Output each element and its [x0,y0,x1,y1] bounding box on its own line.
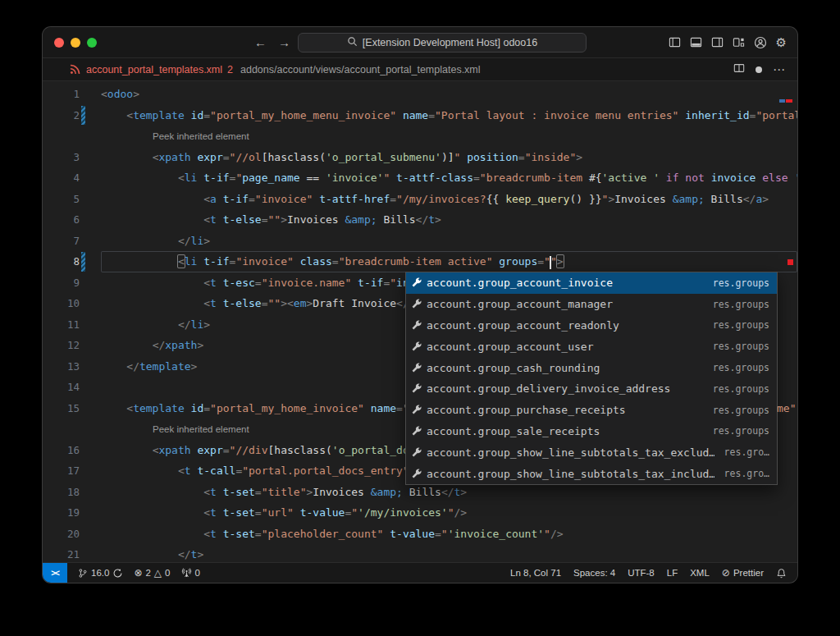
settings-gear-icon[interactable]: ⚙ [776,36,787,48]
toggle-panel-icon[interactable] [690,36,702,48]
cursor-position[interactable]: Ln 8, Col 71 [510,568,561,578]
ports-indicator[interactable]: 0 [181,568,200,579]
back-icon[interactable]: ← [254,35,267,49]
code-line: 21 </t> [43,544,797,564]
suggest-item-label: account.group_sale_receipts [427,425,703,437]
line-number: 14 [43,377,80,398]
code-line: 20 <t t-set="placeholder_count" t-value=… [43,524,797,545]
overview-ruler-error-mark-top [786,99,792,103]
clipped-text-fragment: me" [777,398,796,419]
suggest-item[interactable]: account.group_account_invoiceres.groups [406,272,777,294]
line-number: 1 [43,84,80,105]
problems-indicator[interactable]: ⊗ 2 △ 0 [134,568,170,578]
suggest-item[interactable]: account.group_delivery_invoice_addressre… [406,378,777,400]
forward-icon[interactable]: → [278,35,290,49]
line-number: 6 [43,209,80,231]
command-center-label: [Extension Development Host] odoo16 [363,37,537,48]
code-line: 7 </li> [43,231,797,252]
code-line: 3 <xpath expr="//ol[hasclass('o_portal_s… [43,147,797,168]
minimize-button[interactable] [71,38,80,48]
radio-tower-icon [181,568,192,579]
overview-ruler-modified-mark [779,99,785,103]
line-number: 8 [43,251,80,272]
remote-indicator[interactable]: >< [43,563,67,583]
close-button[interactable] [54,38,64,48]
status-bar: >< 16.0 ⊗ 2 △ 0 0 Ln 8, Col 71 Spaces: 4 [43,562,797,583]
code-line: 5 <a t-if="invoice" t-attf-href="/my/inv… [43,189,797,210]
suggest-item[interactable]: account.group_account_readonlyres.groups [406,315,777,336]
codelens-row: Peek inherited element [43,126,797,147]
suggest-item-detail: res.gro… [724,468,769,479]
suggest-item-label: account.group_account_readonly [427,319,703,332]
suggest-item[interactable]: account.group_show_line_subtotals_tax_ex… [406,442,777,463]
suggest-item[interactable]: account.group_account_userres.groups [406,336,777,357]
suggest-item[interactable]: account.group_cash_roundingres.groups [406,357,777,378]
account-icon[interactable] [754,36,767,49]
split-editor-icon[interactable] [733,62,745,76]
modified-line-gutter-indicator [81,106,85,126]
notifications-bell-icon[interactable] [776,568,787,579]
file-problems-badge: 2 [227,64,233,75]
suggest-item-detail: res.groups [713,405,769,416]
toggle-secondary-sidebar-icon[interactable] [711,36,724,48]
code-line: 8 <li t-if="invoice" class="breadcrumb-i… [43,251,797,272]
code-editor[interactable]: 1<odoo>2 <template id="portal_my_home_me… [43,81,797,564]
line-number: 11 [43,314,80,336]
suggest-item-detail: res.groups [713,362,769,373]
line-number: 21 [43,544,80,564]
suggest-item-detail: res.groups [713,341,769,352]
suggest-item[interactable]: account.group_account_managerres.groups [406,294,777,315]
editor-actions: ⋯ [733,58,786,80]
wrench-icon [409,318,422,332]
titlebar-actions: ⚙ [669,27,787,57]
wrench-icon [409,277,422,290]
customize-layout-icon[interactable] [733,36,745,48]
line-number [43,419,80,440]
code-line: 1<odoo> [43,84,797,105]
formatter-indicator[interactable]: ⊘ Prettier [722,568,764,578]
wrench-icon [409,382,422,396]
modified-line-gutter-indicator [81,252,85,272]
suggest-item-detail: res.groups [713,277,769,289]
sync-icon [112,568,123,579]
codelens-link[interactable]: Peek inherited element [153,131,249,141]
suggest-item-label: account.group_account_manager [427,298,703,310]
codelens-link[interactable]: Peek inherited element [153,424,249,434]
suggest-item[interactable]: account.group_show_line_subtotals_tax_in… [406,463,777,484]
git-branch-icon [78,568,88,579]
wrench-icon [409,340,422,353]
encoding[interactable]: UTF-8 [628,568,655,578]
code-line: 6 <t t-else="">Invoices &amp; Bills</t> [43,209,797,231]
line-number [43,126,80,147]
history-navigation: ← → [254,27,290,57]
file-path: addons/account/views/account_portal_temp… [240,64,481,75]
line-number: 10 [43,293,80,314]
titlebar: ← → [Extension Development Host] odoo16 [43,27,797,58]
errors-icon: ⊗ [134,568,142,578]
toggle-sidebar-icon[interactable] [669,36,681,48]
eol-sequence[interactable]: LF [667,568,678,578]
line-number: 9 [43,272,80,294]
line-number: 2 [43,105,80,126]
line-number: 16 [43,440,80,461]
line-number: 19 [43,502,80,524]
wrench-icon [409,467,422,480]
line-number: 12 [43,335,80,356]
indentation[interactable]: Spaces: 4 [573,568,615,578]
language-mode[interactable]: XML [690,568,710,578]
active-file-name[interactable]: account_portal_templates.xml [86,64,222,75]
suggest-item-label: account.group_delivery_invoice_address [427,382,703,395]
more-actions-icon[interactable]: ⋯ [773,66,786,74]
unsaved-changes-dot[interactable] [756,66,762,73]
wrench-icon [409,446,422,459]
zoom-button[interactable] [87,38,97,48]
code-line: 2 <template id="portal_my_home_menu_invo… [43,105,797,126]
line-number: 17 [43,460,80,482]
suggest-item-label: account.group_show_line_subtotals_tax_ex… [427,446,714,459]
suggest-item[interactable]: account.group_purchase_receiptsres.group… [406,400,777,421]
suggest-item[interactable]: account.group_sale_receiptsres.groups [406,421,777,442]
git-branch-indicator[interactable]: 16.0 [78,568,123,579]
wrench-icon [409,404,422,417]
command-center[interactable]: [Extension Development Host] odoo16 [298,33,587,53]
editor-tab-row: account_portal_templates.xml 2 addons/ac… [43,58,797,81]
